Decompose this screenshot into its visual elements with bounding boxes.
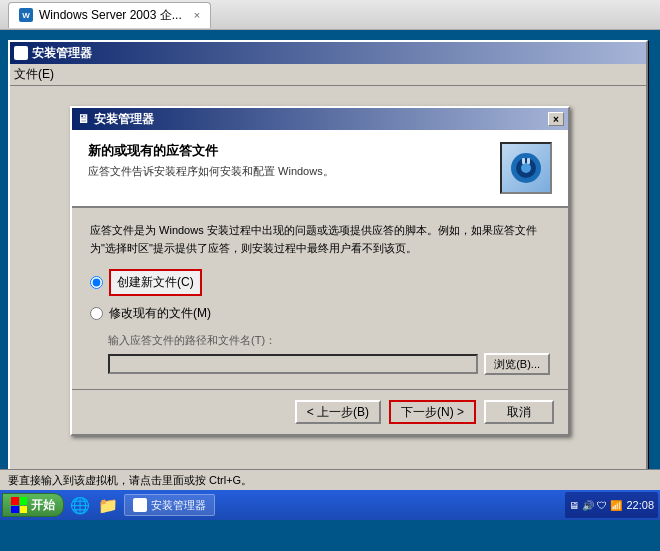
statusbar-text: 要直接输入到该虚拟机，请点击里面或按 Ctrl+G。 (8, 473, 252, 488)
next-button[interactable]: 下一步(N) > (389, 400, 476, 424)
tab-title: Windows Server 2003 企... (39, 7, 182, 24)
outer-menubar: 文件(E) (10, 64, 646, 86)
start-button[interactable]: 开始 (2, 493, 64, 517)
outer-titlebar: 🖥 安装管理器 (10, 42, 646, 64)
svg-rect-4 (527, 158, 530, 164)
tray-icons: 🖥 🔊 🛡 📶 (569, 500, 622, 511)
desktop: 🖥 安装管理器 文件(E) 🖥 安装管理器 × 新的 (0, 30, 660, 520)
radio-modify-option: 修改现有的文件(M) (90, 304, 550, 323)
modal-body-text: 应答文件是为 Windows 安装过程中出现的问题或选项提供应答的脚本。例如，如… (90, 222, 550, 257)
modal-footer: < 上一步(B) 下一步(N) > 取消 (72, 389, 568, 434)
tray-network2-icon: 📶 (610, 500, 622, 511)
tray-network-icon: 🖥 (569, 500, 579, 511)
quick-launch-folder[interactable]: 📁 (96, 496, 120, 515)
modal-title: 安装管理器 (94, 111, 154, 128)
svg-point-2 (521, 163, 531, 173)
modal-body: 应答文件是为 Windows 安装过程中出现的问题或选项提供应答的脚本。例如，如… (72, 208, 568, 389)
taskbar: 开始 🌐 📁 🖥 安装管理器 🖥 🔊 🛡 📶 22:08 (0, 490, 660, 520)
windows-logo (11, 497, 27, 513)
modal-header-title: 新的或现有的应答文件 (88, 142, 334, 160)
tab-icon: W (19, 8, 33, 22)
modal-header-text: 新的或现有的应答文件 应答文件告诉安装程序如何安装和配置 Windows。 (88, 142, 334, 179)
start-label: 开始 (31, 497, 55, 514)
outer-titlebar-icon: 🖥 (14, 46, 28, 60)
outer-content: 🖥 安装管理器 × 新的或现有的应答文件 应答文件告诉安装程序如何安装和配置 W… (10, 86, 646, 498)
tray-time: 22:08 (626, 499, 654, 511)
radio-modify-input[interactable] (90, 307, 103, 320)
svg-rect-3 (522, 158, 525, 164)
radio-create-option: 创建新文件(C) (90, 269, 550, 296)
browse-button[interactable]: 浏览(B)... (484, 353, 550, 375)
tray-security-icon: 🛡 (597, 500, 607, 511)
file-path-row: 浏览(B)... (108, 353, 550, 375)
outer-window: 🖥 安装管理器 文件(E) 🖥 安装管理器 × 新的 (8, 40, 648, 500)
outer-window-title: 安装管理器 (32, 45, 92, 62)
radio-create-input[interactable] (90, 276, 103, 289)
quick-launch-ie[interactable]: 🌐 (68, 496, 92, 515)
file-path-section: 输入应答文件的路径和文件名(T)： 浏览(B)... (108, 332, 550, 376)
modal-titlebar-icon: 🖥 (76, 112, 90, 126)
modal-titlebar: 🖥 安装管理器 × (72, 108, 568, 130)
tray-volume-icon: 🔊 (582, 500, 594, 511)
modal-dialog: 🖥 安装管理器 × 新的或现有的应答文件 应答文件告诉安装程序如何安装和配置 W… (70, 106, 570, 436)
file-path-input[interactable] (108, 354, 478, 374)
taskbar-items: 🖥 安装管理器 (124, 494, 561, 516)
taskbar-item-icon-0: 🖥 (133, 498, 147, 512)
cancel-button[interactable]: 取消 (484, 400, 554, 424)
file-path-label: 输入应答文件的路径和文件名(T)： (108, 332, 550, 350)
taskbar-item-0[interactable]: 🖥 安装管理器 (124, 494, 215, 516)
modal-close-button[interactable]: × (548, 112, 564, 126)
menu-file[interactable]: 文件(E) (14, 67, 54, 81)
radio-modify-label[interactable]: 修改现有的文件(M) (109, 304, 211, 323)
taskbar-tray: 🖥 🔊 🛡 📶 22:08 (565, 492, 658, 518)
modal-header-icon (500, 142, 552, 194)
browser-titlebar: W Windows Server 2003 企... × (0, 0, 660, 30)
statusbar: 要直接输入到该虚拟机，请点击里面或按 Ctrl+G。 (0, 469, 660, 490)
browser-tab[interactable]: W Windows Server 2003 企... × (8, 2, 211, 28)
taskbar-item-label-0: 安装管理器 (151, 498, 206, 513)
tab-close-button[interactable]: × (194, 9, 200, 21)
modal-titlebar-left: 🖥 安装管理器 (76, 111, 154, 128)
back-button[interactable]: < 上一步(B) (295, 400, 381, 424)
modal-header: 新的或现有的应答文件 应答文件告诉安装程序如何安装和配置 Windows。 (72, 130, 568, 208)
modal-header-subtitle: 应答文件告诉安装程序如何安装和配置 Windows。 (88, 164, 334, 179)
radio-create-label[interactable]: 创建新文件(C) (109, 269, 202, 296)
